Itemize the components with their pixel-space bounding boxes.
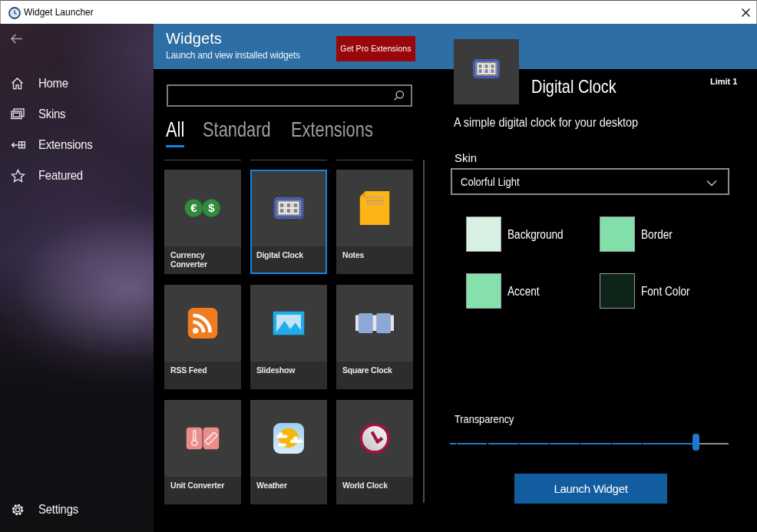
- svg-text:€: €: [190, 201, 197, 214]
- svg-text:$: $: [208, 201, 215, 214]
